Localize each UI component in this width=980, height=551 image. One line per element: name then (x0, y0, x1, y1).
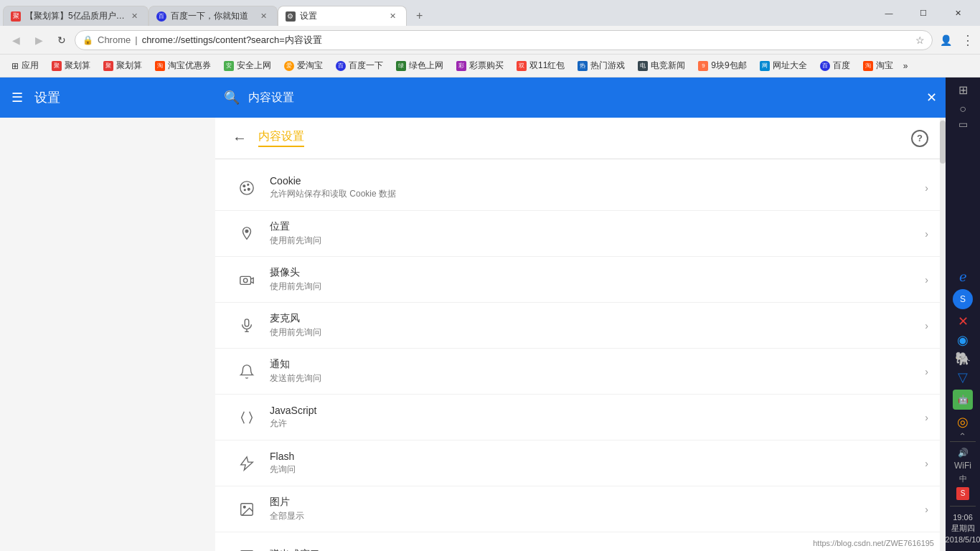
javascript-text: JavaScript 允许 (261, 405, 925, 430)
tab-3-favicon: ⚙ (286, 11, 296, 22)
yunpan-icon[interactable]: ▽ (958, 369, 968, 385)
bookmark-baidu2-favicon: 百 (820, 61, 830, 71)
bookmark-red[interactable]: 双 双11红包 (511, 58, 570, 73)
flash-icon (232, 456, 261, 471)
bookmarks-bar: ⊞ 应用 聚 聚划算 聚 聚划算 淘 淘宝优惠券 安 安全上网 爱 爱淘宝 百 … (0, 55, 980, 77)
wifi-icon[interactable]: WiFi (954, 461, 971, 471)
sidebar-header: ☰ 设置 (0, 77, 215, 118)
bookmark-jv[interactable]: 聚 聚划算 (46, 58, 96, 73)
bookmark-safe[interactable]: 安 安全上网 (218, 58, 277, 73)
tab-3-close[interactable]: ✕ (387, 11, 399, 22)
bookmark-taobao-favicon: 淘 (155, 61, 165, 71)
bookmark-aitao-favicon: 爱 (284, 61, 294, 71)
ie-icon[interactable]: ℯ (959, 269, 967, 285)
settings-item-cookie[interactable]: Cookie 允许网站保存和读取 Cookie 数据 › (215, 165, 946, 211)
settings-item-camera[interactable]: 摄像头 使用前先询问 › (215, 257, 946, 303)
bookmark-green[interactable]: 绿 绿色上网 (390, 58, 449, 73)
robot-icon[interactable]: 🤖 (953, 390, 973, 410)
settings-item-javascript[interactable]: JavaScript 允许 › (215, 395, 946, 441)
bookmark-nav[interactable]: 网 网址大全 (754, 58, 813, 73)
bookmark-lottery-favicon: 彩 (456, 61, 466, 71)
new-tab-button[interactable]: + (410, 6, 430, 26)
browser-frame: 聚 【聚划算】5亿品质用户… ✕ 百 百度一下，你就知道 ✕ ⚙ 设置 ✕ + … (0, 0, 980, 551)
bookmark-game-label: 热门游戏 (590, 60, 625, 72)
minimize-button[interactable]: — (872, 0, 905, 26)
menu-icon[interactable]: ☰ (11, 90, 23, 105)
back-arrow-button[interactable]: ← (232, 130, 247, 146)
tab-3[interactable]: ⚙ 设置 ✕ (278, 6, 407, 26)
refresh-button[interactable]: ↻ (52, 30, 72, 50)
task-view-icon[interactable]: ▭ (958, 118, 968, 130)
bookmark-esport-label: 电竞新闻 (651, 60, 685, 72)
360-icon[interactable]: S (953, 289, 973, 309)
settings-panel: ☰ 设置 🔍 ✕ ← (0, 77, 946, 551)
search-taskbar-icon[interactable]: ○ (959, 103, 966, 116)
settings-item-microphone[interactable]: 麦克风 使用前先询问 › (215, 303, 946, 349)
bookmark-nav-label: 网址大全 (773, 60, 807, 72)
help-button[interactable]: ? (911, 130, 928, 147)
evernote-icon[interactable]: 🐘 (955, 351, 971, 367)
bookmark-jv2-label: 聚划算 (116, 60, 142, 72)
user-account-icon[interactable]: 👤 (936, 30, 956, 50)
address-bar[interactable]: 🔒 Chrome | chrome://settings/content?sea… (75, 30, 933, 50)
chrome-taskbar-icon[interactable]: ◎ (957, 414, 969, 430)
settings-item-images[interactable]: 图片 全部显示 › (215, 486, 946, 532)
scrollbar-thumb[interactable] (940, 121, 946, 164)
sougou-icon[interactable]: S (956, 487, 969, 500)
volume-icon[interactable]: 🔊 (958, 448, 969, 458)
bookmark-baidu[interactable]: 百 百度一下 (330, 58, 389, 73)
images-title: 图片 (270, 496, 916, 509)
bookmark-taobao2[interactable]: 淘 淘宝 (857, 58, 899, 73)
javascript-title: JavaScript (270, 405, 916, 416)
bookmark-apps[interactable]: ⊞ 应用 (6, 58, 44, 73)
bookmark-taobao[interactable]: 淘 淘宝优惠券 (149, 58, 217, 73)
images-icon (232, 501, 261, 517)
bookmark-baidu2[interactable]: 百 百度 (814, 58, 856, 73)
content-scrollbar[interactable] (940, 118, 946, 551)
bookmark-lottery[interactable]: 彩 彩票购买 (451, 58, 509, 73)
tab-2-close[interactable]: ✕ (258, 11, 270, 22)
svg-point-0 (240, 181, 253, 194)
tab-2[interactable]: 百 百度一下，你就知道 ✕ (149, 6, 278, 26)
chrome-menu-button[interactable]: ⋮ (961, 32, 974, 48)
cookie-arrow-icon: › (925, 182, 928, 194)
close-button[interactable]: ✕ (941, 0, 974, 26)
settings-item-location[interactable]: 位置 使用前先询问 › (215, 211, 946, 257)
bookmark-green-label: 绿色上网 (409, 60, 443, 72)
bookmark-esport[interactable]: 电 电竞新闻 (632, 58, 691, 73)
settings-content-inner: ← 内容设置 ? (215, 118, 946, 551)
search-clear-icon[interactable]: ✕ (926, 90, 937, 105)
camera-desc: 使用前先询问 (270, 281, 916, 293)
qq-browser-icon[interactable]: ◉ (957, 332, 969, 348)
wps-icon[interactable]: ✕ (958, 314, 969, 329)
bookmark-aitao[interactable]: 爱 爱淘宝 (278, 58, 329, 73)
settings-item-notification[interactable]: 通知 发送前先询问 › (215, 349, 946, 395)
taskbar-arrow-icon[interactable]: ‹ (958, 433, 968, 435)
bookmark-taobao-label: 淘宝优惠券 (168, 60, 211, 72)
svg-point-12 (243, 506, 245, 508)
search-input[interactable] (248, 91, 918, 104)
maximize-button[interactable]: ☐ (907, 0, 940, 26)
tab-1-close[interactable]: ✕ (129, 11, 141, 22)
bookmark-taobao2-favicon: 淘 (863, 61, 873, 71)
ime-icon[interactable]: 中 (959, 474, 967, 484)
bookmark-nine[interactable]: 9 9块9包邮 (692, 58, 752, 73)
bookmark-game[interactable]: 热 热门游戏 (572, 58, 631, 73)
back-button[interactable]: ◀ (6, 30, 26, 50)
javascript-desc: 允许 (270, 418, 916, 430)
cookie-desc: 允许网站保存和读取 Cookie 数据 (270, 188, 916, 200)
tab-1[interactable]: 聚 【聚划算】5亿品质用户… ✕ (3, 6, 149, 26)
tab-2-label: 百度一下，你就知道 (171, 10, 254, 22)
bookmarks-more-button[interactable]: » (900, 60, 911, 72)
forward-button[interactable]: ▶ (29, 30, 49, 50)
svg-point-7 (243, 278, 248, 283)
popup-title: 弹出式窗口 (270, 548, 916, 551)
start-icon[interactable]: ⊞ (958, 83, 968, 97)
bookmark-star-icon[interactable]: ☆ (915, 34, 925, 46)
bookmark-jv2[interactable]: 聚 聚划算 (98, 58, 148, 73)
settings-item-flash[interactable]: Flash 先询问 › (215, 441, 946, 486)
bookmark-nav-favicon: 网 (760, 61, 770, 71)
settings-list: Cookie 允许网站保存和读取 Cookie 数据 › (215, 159, 946, 551)
taskbar-divider (950, 441, 976, 442)
page-title: 内容设置 (258, 129, 304, 147)
